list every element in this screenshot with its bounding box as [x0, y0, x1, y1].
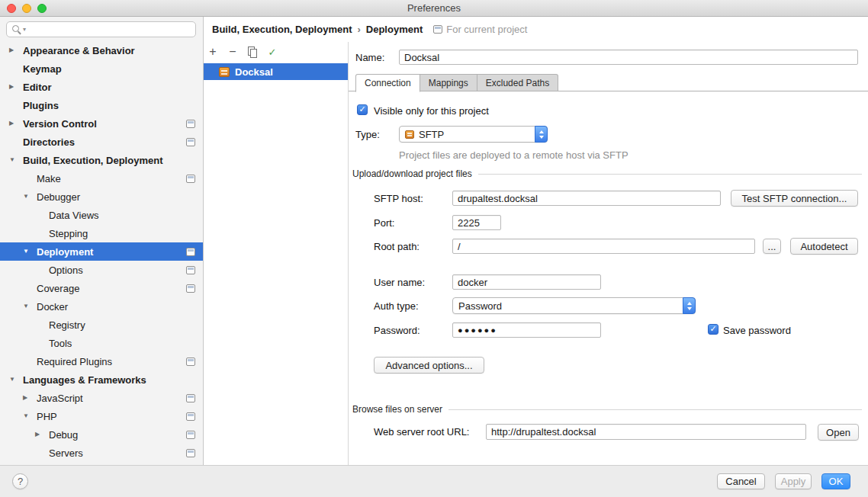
- autodetect-button[interactable]: Autodetect: [790, 238, 858, 255]
- project-scope-icon: [186, 412, 195, 421]
- sidebar-item-appearance-behavior[interactable]: Appearance & Behavior: [0, 41, 203, 59]
- sidebar-item-make[interactable]: Make: [0, 169, 203, 188]
- visible-only-checkbox[interactable]: [357, 104, 368, 115]
- chevron-right-icon[interactable]: [35, 431, 49, 438]
- chevron-down-icon[interactable]: [9, 377, 23, 383]
- sftp-host-label: SFTP host:: [374, 193, 423, 204]
- type-value: SFTP: [419, 129, 444, 140]
- browse-section-header: Browse files on server: [352, 404, 862, 415]
- sidebar-item-stepping[interactable]: Stepping: [0, 224, 203, 242]
- browse-section-title: Browse files on server: [352, 404, 442, 415]
- upload-section-title: Upload/download project files: [352, 168, 472, 179]
- config-tabs: Connection Mappings Excluded Paths: [355, 74, 558, 92]
- project-scope-icon: [186, 248, 195, 256]
- chevron-right-icon[interactable]: [23, 395, 37, 401]
- sidebar-item-php[interactable]: PHP: [0, 407, 203, 425]
- settings-search-field[interactable]: ▾: [6, 21, 196, 37]
- root-path-field[interactable]: [452, 239, 755, 254]
- visible-only-label: Visible only for this project: [374, 105, 489, 117]
- sidebar-item-deployment[interactable]: Deployment: [0, 242, 203, 261]
- web-root-field[interactable]: [486, 424, 806, 440]
- chevron-right-icon[interactable]: [9, 84, 23, 90]
- port-field[interactable]: [452, 215, 501, 230]
- chevron-down-icon[interactable]: [23, 248, 37, 255]
- search-input[interactable]: [27, 24, 191, 35]
- use-as-default-button[interactable]: ✓: [265, 45, 280, 59]
- chevron-right-icon[interactable]: [9, 120, 23, 127]
- save-password-checkbox[interactable]: [708, 324, 719, 335]
- help-button[interactable]: ?: [12, 473, 28, 489]
- copy-server-button[interactable]: [245, 45, 260, 59]
- tab-mappings[interactable]: Mappings: [420, 74, 477, 91]
- sidebar-item-keymap[interactable]: Keymap: [0, 59, 203, 78]
- sidebar-item-version-control[interactable]: Version Control: [0, 114, 203, 133]
- save-password-label: Save password: [723, 325, 791, 336]
- root-path-label: Root path:: [374, 241, 420, 252]
- name-field[interactable]: [399, 50, 858, 65]
- minimize-window-button[interactable]: [22, 4, 31, 13]
- password-field[interactable]: [452, 322, 601, 338]
- advanced-options-button[interactable]: Advanced options...: [374, 357, 484, 374]
- sidebar-item-data-views[interactable]: Data Views: [0, 206, 203, 224]
- sftp-host-field[interactable]: [452, 191, 721, 206]
- tab-connection[interactable]: Connection: [355, 74, 420, 92]
- window-title: Preferences: [407, 2, 461, 14]
- zoom-window-button[interactable]: [37, 4, 47, 13]
- sidebar-item-directories[interactable]: Directories: [0, 133, 203, 151]
- user-name-field[interactable]: [452, 274, 601, 290]
- close-window-button[interactable]: [7, 4, 16, 13]
- tab-excluded-paths[interactable]: Excluded Paths: [477, 74, 558, 91]
- port-label: Port:: [374, 217, 394, 229]
- browse-root-path-button[interactable]: ...: [763, 239, 781, 254]
- test-sftp-connection-button[interactable]: Test SFTP connection...: [731, 190, 858, 207]
- breadcrumb-separator: ›: [357, 24, 360, 35]
- remove-server-button[interactable]: −: [225, 45, 240, 59]
- auth-type-dropdown[interactable]: Password: [452, 297, 696, 314]
- web-root-label: Web server root URL:: [374, 426, 469, 438]
- sidebar-item-servers[interactable]: Servers: [0, 444, 203, 462]
- ok-button[interactable]: OK: [821, 473, 850, 489]
- project-scope-icon: [186, 266, 195, 274]
- chevron-right-icon[interactable]: [9, 47, 23, 53]
- scope-indicator: For current project: [433, 24, 527, 35]
- name-label: Name:: [355, 52, 384, 63]
- project-scope-icon: [186, 284, 195, 293]
- server-list-panel: + − ✓ Docksal: [204, 42, 349, 465]
- chevron-down-icon[interactable]: [23, 194, 37, 200]
- sidebar-item-editor[interactable]: Editor: [0, 78, 203, 96]
- type-dropdown[interactable]: SFTP: [399, 126, 548, 143]
- search-options-chevron-icon: ▾: [23, 26, 26, 33]
- project-scope-icon: [186, 449, 195, 457]
- sidebar-item-options[interactable]: Options: [0, 261, 203, 279]
- breadcrumb: Build, Execution, Deployment › Deploymen…: [204, 17, 868, 42]
- sidebar-item-docker[interactable]: Docker: [0, 297, 203, 316]
- sidebar-item-tools[interactable]: Tools: [0, 334, 203, 352]
- chevron-down-icon[interactable]: [23, 303, 37, 309]
- project-scope-icon: [186, 431, 195, 439]
- sidebar-item-required-plugins[interactable]: Required Plugins: [0, 352, 203, 370]
- sidebar-item-build-execution-deployment[interactable]: Build, Execution, Deployment: [0, 151, 203, 169]
- deployment-config-panel: Name: Connection Mappings Excluded Paths…: [349, 42, 868, 465]
- add-server-button[interactable]: +: [205, 45, 220, 59]
- search-icon: [11, 24, 21, 34]
- copy-icon: [248, 46, 257, 57]
- project-scope-icon: [186, 394, 195, 402]
- sidebar-item-debug[interactable]: Debug: [0, 425, 203, 444]
- sidebar-item-debugger[interactable]: Debugger: [0, 188, 203, 206]
- sidebar-item-plugins[interactable]: Plugins: [0, 96, 203, 114]
- auth-type-value: Password: [458, 300, 502, 312]
- project-scope-icon: [186, 138, 195, 146]
- chevron-down-icon[interactable]: [9, 157, 23, 163]
- chevron-down-icon[interactable]: [23, 413, 37, 419]
- server-list-item[interactable]: Docksal: [204, 63, 348, 80]
- sidebar-item-coverage[interactable]: Coverage: [0, 279, 203, 297]
- open-button[interactable]: Open: [818, 424, 859, 441]
- dialog-footer: ? Cancel Apply OK: [0, 465, 868, 497]
- sidebar-item-languages-frameworks[interactable]: Languages & Frameworks: [0, 370, 203, 389]
- sidebar-item-javascript[interactable]: JavaScript: [0, 389, 203, 407]
- apply-button[interactable]: Apply: [775, 473, 812, 489]
- cancel-button[interactable]: Cancel: [717, 473, 765, 489]
- breadcrumb-section[interactable]: Build, Execution, Deployment: [212, 24, 352, 35]
- sidebar-item-registry[interactable]: Registry: [0, 316, 203, 334]
- settings-sidebar: ▾ Appearance & Behavior Keymap Editor Pl…: [0, 17, 204, 465]
